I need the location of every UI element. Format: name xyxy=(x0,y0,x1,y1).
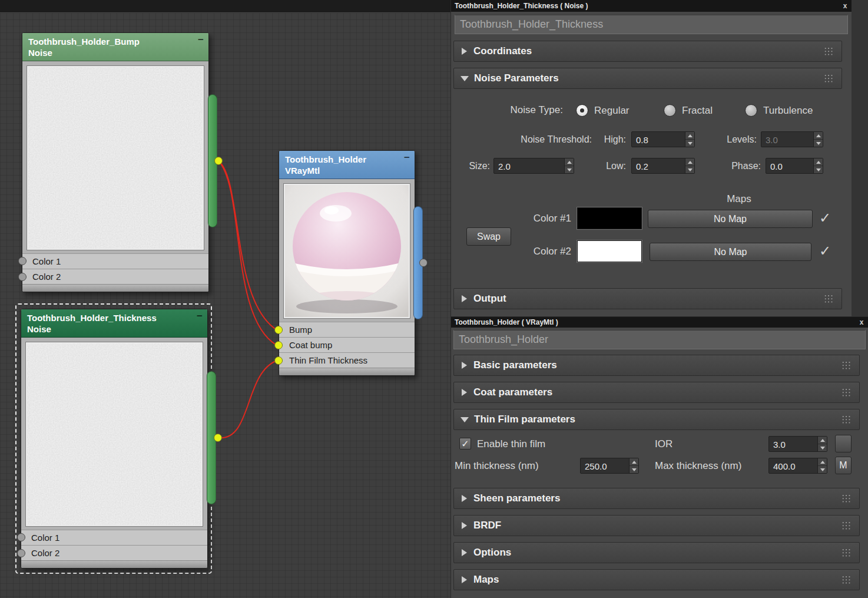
slot-color2[interactable]: Color 2 xyxy=(22,269,208,284)
thin-film-input-socket[interactable] xyxy=(274,356,283,365)
input-slot-coat-bump[interactable]: Coat bump xyxy=(279,337,415,352)
high-value[interactable]: 0.8 xyxy=(632,132,685,147)
high-spinner[interactable]: 0.8 xyxy=(631,131,695,147)
rollout-options[interactable]: Options xyxy=(453,542,860,563)
spin-down-icon[interactable] xyxy=(818,444,827,451)
spin-up-icon[interactable] xyxy=(565,158,574,166)
node-toothbrush-holder-material[interactable]: Toothbrush_Holder VRayMtl − xyxy=(279,150,415,376)
size-value[interactable]: 2.0 xyxy=(494,158,564,173)
panel-title-bar[interactable]: Toothbrush_Holder ( VRayMtl ) xyxy=(451,317,868,328)
thickness-color1-socket[interactable] xyxy=(17,533,25,541)
rollout-coat-parameters[interactable]: Coat parameters xyxy=(453,382,860,403)
swap-button[interactable]: Swap xyxy=(466,227,511,246)
input-slot-thin-film-thickness[interactable]: Thin Film Thickness xyxy=(279,352,415,368)
bump-input-socket[interactable] xyxy=(274,326,283,334)
bump-color1-socket[interactable] xyxy=(18,257,26,265)
rollout-coordinates[interactable]: Coordinates xyxy=(453,41,842,62)
node-resize-footer[interactable] xyxy=(279,368,415,375)
spin-down-icon[interactable] xyxy=(818,465,827,473)
collapse-node-icon[interactable]: − xyxy=(198,34,204,46)
radio-regular-label[interactable]: Regular xyxy=(594,105,630,117)
max-thickness-map-button[interactable]: M xyxy=(835,457,852,474)
node-header[interactable]: Toothbrush_Holder_Thickness Noise − xyxy=(21,309,207,338)
node-toothbrush-holder-thickness[interactable]: Toothbrush_Holder_Thickness Noise − Colo… xyxy=(21,309,208,569)
node-header[interactable]: Toothbrush_Holder_Bump Noise − xyxy=(22,33,208,61)
size-spinner[interactable]: 2.0 xyxy=(493,158,574,174)
node-view[interactable]: Toothbrush_Holder_Bump Noise − Color 1 C… xyxy=(0,0,450,598)
grip-icon[interactable] xyxy=(842,521,852,530)
material-output-socket[interactable] xyxy=(419,259,428,267)
rollout-thin-film-parameters[interactable]: Thin Film parameters xyxy=(453,409,860,430)
material-name-input[interactable] xyxy=(453,330,866,349)
collapse-node-icon[interactable]: − xyxy=(404,152,410,164)
spin-down-icon[interactable] xyxy=(814,166,823,173)
color2-map-button[interactable]: No Map xyxy=(650,243,811,261)
spin-up-icon[interactable] xyxy=(685,132,694,139)
color1-swatch[interactable] xyxy=(577,207,642,229)
enable-thin-film-label[interactable]: Enable thin film xyxy=(477,438,545,450)
rollout-basic-parameters[interactable]: Basic parameters xyxy=(453,355,860,376)
collapse-node-icon[interactable]: − xyxy=(197,310,203,322)
node-toothbrush-holder-bump[interactable]: Toothbrush_Holder_Bump Noise − Color 1 C… xyxy=(22,32,209,292)
coat-bump-input-socket[interactable] xyxy=(274,341,283,349)
panel-title-bar[interactable]: Toothbrush_Holder_Thickness ( Noise ) xyxy=(451,0,852,12)
thickness-color2-socket[interactable] xyxy=(17,549,25,557)
rollout-output[interactable]: Output xyxy=(453,288,842,309)
spin-up-icon[interactable] xyxy=(818,437,827,444)
grip-icon[interactable] xyxy=(824,295,834,303)
slot-color1[interactable]: Color 1 xyxy=(22,253,208,269)
max-thickness-value[interactable]: 400.0 xyxy=(769,458,817,473)
rollout-sheen-parameters[interactable]: Sheen parameters xyxy=(453,488,860,509)
input-slot-bump[interactable]: Bump xyxy=(279,322,415,337)
levels-spinner[interactable]: 3.0 xyxy=(761,131,823,147)
spin-up-icon[interactable] xyxy=(814,158,823,166)
spin-up-icon[interactable] xyxy=(630,458,638,465)
color2-swatch[interactable] xyxy=(577,240,642,262)
phase-value[interactable]: 0.0 xyxy=(766,158,813,173)
max-thickness-spinner[interactable]: 400.0 xyxy=(768,458,827,474)
low-value[interactable]: 0.2 xyxy=(632,158,685,173)
close-icon[interactable]: x xyxy=(840,0,850,12)
grip-icon[interactable] xyxy=(842,415,852,424)
enable-thin-film-checkbox[interactable]: ✓ xyxy=(459,438,471,450)
spin-up-icon[interactable] xyxy=(814,132,823,139)
radio-fractal[interactable] xyxy=(664,104,676,117)
color1-map-enable-checkbox[interactable]: ✓ xyxy=(819,211,831,225)
spin-down-icon[interactable] xyxy=(814,139,823,147)
grip-icon[interactable] xyxy=(824,47,834,56)
color1-map-button[interactable]: No Map xyxy=(648,210,813,228)
ior-value[interactable]: 3.0 xyxy=(769,437,817,451)
bump-color2-socket[interactable] xyxy=(18,273,26,281)
color2-map-enable-checkbox[interactable]: ✓ xyxy=(819,244,831,258)
rollout-maps[interactable]: Maps xyxy=(453,569,860,590)
radio-regular[interactable] xyxy=(576,104,588,117)
node-resize-footer[interactable] xyxy=(21,560,207,568)
grip-icon[interactable] xyxy=(842,388,852,397)
grip-icon[interactable] xyxy=(842,361,852,370)
spin-down-icon[interactable] xyxy=(685,166,694,173)
grip-icon[interactable] xyxy=(842,549,852,557)
radio-fractal-label[interactable]: Fractal xyxy=(682,105,713,117)
rollout-brdf[interactable]: BRDF xyxy=(453,515,860,536)
spin-up-icon[interactable] xyxy=(818,458,827,465)
spin-down-icon[interactable] xyxy=(630,465,638,473)
slot-color1[interactable]: Color 1 xyxy=(21,530,207,545)
grip-icon[interactable] xyxy=(842,494,852,503)
spin-down-icon[interactable] xyxy=(685,139,694,147)
node-resize-footer[interactable] xyxy=(22,284,208,292)
slot-color2[interactable]: Color 2 xyxy=(21,545,207,560)
bump-output-socket[interactable] xyxy=(214,157,223,165)
close-icon[interactable]: x xyxy=(856,317,867,328)
ior-map-button[interactable] xyxy=(835,435,852,452)
spin-up-icon[interactable] xyxy=(685,158,694,166)
min-thickness-spinner[interactable]: 250.0 xyxy=(580,458,639,474)
material-name-input[interactable] xyxy=(455,15,848,34)
rollout-noise-parameters[interactable]: Noise Parameters xyxy=(453,68,842,89)
min-thickness-value[interactable]: 250.0 xyxy=(581,458,629,473)
grip-icon[interactable] xyxy=(842,576,852,584)
phase-spinner[interactable]: 0.0 xyxy=(766,158,823,174)
radio-turbulence-label[interactable]: Turbulence xyxy=(763,105,813,117)
node-header[interactable]: Toothbrush_Holder VRayMtl − xyxy=(279,151,415,179)
low-spinner[interactable]: 0.2 xyxy=(631,158,695,174)
grip-icon[interactable] xyxy=(824,74,834,83)
